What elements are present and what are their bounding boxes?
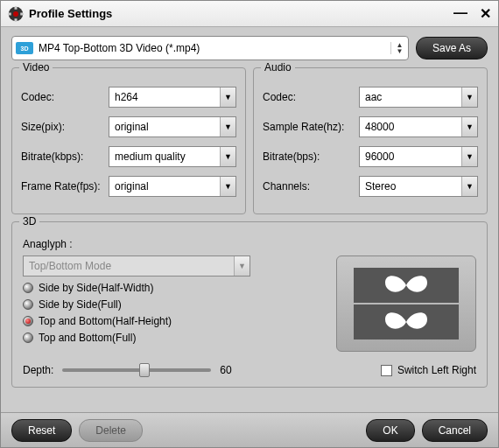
chevron-down-icon: ▼ (461, 117, 477, 136)
footer: Reset Delete OK Cancel (1, 412, 498, 447)
audio-bitrate-label: Bitrate(bps): (263, 150, 359, 163)
audio-bitrate-select[interactable]: 96000 ▼ (359, 146, 478, 167)
chevron-down-icon: ▼ (220, 88, 235, 107)
checkbox-icon (381, 365, 392, 376)
3d-mode-radios: Side by Side(Half-Width) Side by Side(Fu… (23, 282, 319, 344)
video-bitrate-select[interactable]: medium quality ▼ (109, 146, 236, 167)
slider-thumb-icon[interactable] (139, 363, 150, 377)
audio-samplerate-label: Sample Rate(hz): (263, 121, 359, 133)
audio-codec-value: aac (360, 91, 461, 103)
video-codec-select[interactable]: h264 ▼ (109, 87, 236, 108)
radio-tb-half[interactable]: Top and Bottom(Half-Height) (23, 315, 319, 327)
preview-bottom (354, 304, 459, 340)
video-bitrate-label: Bitrate(kbps): (21, 150, 109, 163)
reset-button[interactable]: Reset (11, 419, 72, 442)
audio-samplerate-select[interactable]: 48000 ▼ (359, 116, 478, 137)
anaglyph-mode-select[interactable]: Top/Bottom Mode ▼ (23, 256, 250, 276)
butterfly-icon (380, 309, 432, 335)
audio-channels-select[interactable]: Stereo ▼ (359, 176, 478, 197)
profile-name: MP4 Top-Bottom 3D Video (*.mp4) (39, 42, 390, 54)
switch-left-right-checkbox[interactable]: Switch Left Right (381, 364, 476, 376)
profile-spinner-icon[interactable]: ▲▼ (390, 42, 404, 54)
video-codec-value: h264 (109, 91, 220, 103)
depth-label: Depth: (23, 364, 53, 376)
radio-tb-full[interactable]: Top and Bottom(Full) (23, 332, 319, 344)
svg-rect-4 (9, 12, 11, 15)
anaglyph-label: Anaglyph : (23, 238, 476, 250)
chevron-down-icon: ▼ (461, 88, 477, 107)
switch-label: Switch Left Right (397, 364, 476, 376)
audio-bitrate-value: 96000 (360, 150, 461, 163)
chevron-down-icon: ▼ (461, 177, 477, 196)
window-buttons: — ✕ (453, 5, 491, 22)
radio-icon (23, 332, 33, 343)
video-size-label: Size(pix): (21, 121, 109, 133)
ok-button[interactable]: OK (366, 419, 414, 442)
chevron-down-icon: ▼ (220, 117, 235, 136)
radio-label: Top and Bottom(Full) (39, 332, 136, 344)
video-framerate-label: Frame Rate(fps): (21, 180, 109, 192)
cancel-button[interactable]: Cancel (422, 419, 488, 442)
profile-select[interactable]: 3D MP4 Top-Bottom 3D Video (*.mp4) ▲▼ (11, 36, 409, 60)
audio-codec-select[interactable]: aac ▼ (359, 87, 478, 108)
audio-codec-label: Codec: (263, 91, 359, 103)
profile-3d-icon: 3D (16, 42, 33, 54)
delete-button[interactable]: Delete (79, 419, 143, 442)
depth-slider[interactable] (62, 368, 211, 372)
av-groups: Video Codec: h264 ▼ Size(pix): original … (11, 67, 488, 214)
audio-channels-label: Channels: (263, 180, 359, 192)
audio-legend: Audio (261, 61, 295, 74)
content-area: 3D MP4 Top-Bottom 3D Video (*.mp4) ▲▼ Sa… (1, 27, 498, 412)
save-as-button[interactable]: Save As (416, 37, 488, 60)
profile-row: 3D MP4 Top-Bottom 3D Video (*.mp4) ▲▼ Sa… (11, 36, 488, 60)
3d-preview (336, 256, 476, 352)
titlebar: Profile Settings — ✕ (1, 1, 498, 27)
audio-channels-value: Stereo (360, 180, 461, 192)
video-group: Video Codec: h264 ▼ Size(pix): original … (11, 67, 246, 214)
video-codec-label: Codec: (21, 91, 109, 103)
3d-group: 3D Anaglyph : Top/Bottom Mode ▼ Side by … (11, 221, 488, 388)
preview-top (354, 268, 459, 303)
radio-label: Top and Bottom(Half-Height) (39, 315, 172, 327)
svg-rect-2 (15, 6, 18, 9)
profile-settings-window: Profile Settings — ✕ 3D MP4 Top-Bottom 3… (0, 0, 499, 448)
chevron-down-icon: ▼ (461, 147, 477, 166)
video-framerate-select[interactable]: original ▼ (109, 176, 236, 197)
depth-value: 60 (220, 364, 246, 376)
video-size-value: original (109, 121, 220, 133)
radio-label: Side by Side(Full) (39, 298, 122, 311)
radio-icon (23, 316, 33, 326)
video-legend: Video (19, 61, 53, 74)
video-size-select[interactable]: original ▼ (109, 116, 236, 137)
svg-rect-3 (15, 18, 18, 21)
window-title: Profile Settings (29, 7, 453, 20)
radio-sbs-full[interactable]: Side by Side(Full) (23, 298, 319, 311)
video-framerate-value: original (109, 180, 220, 192)
audio-samplerate-value: 48000 (360, 121, 461, 133)
radio-icon (23, 299, 33, 310)
radio-sbs-half[interactable]: Side by Side(Half-Width) (23, 282, 319, 294)
chevron-down-icon: ▼ (234, 256, 249, 276)
svg-rect-5 (20, 12, 23, 15)
radio-icon (23, 283, 33, 293)
butterfly-icon (380, 272, 432, 298)
close-button[interactable]: ✕ (480, 5, 491, 22)
svg-point-1 (13, 11, 18, 17)
chevron-down-icon: ▼ (220, 147, 235, 166)
audio-group: Audio Codec: aac ▼ Sample Rate(hz): 4800… (253, 67, 488, 214)
chevron-down-icon: ▼ (220, 177, 235, 196)
radio-label: Side by Side(Half-Width) (39, 282, 153, 294)
app-icon (8, 6, 24, 22)
minimize-button[interactable]: — (453, 5, 467, 22)
video-bitrate-value: medium quality (109, 150, 220, 163)
anaglyph-mode-value: Top/Bottom Mode (24, 260, 234, 272)
3d-legend: 3D (19, 215, 39, 228)
